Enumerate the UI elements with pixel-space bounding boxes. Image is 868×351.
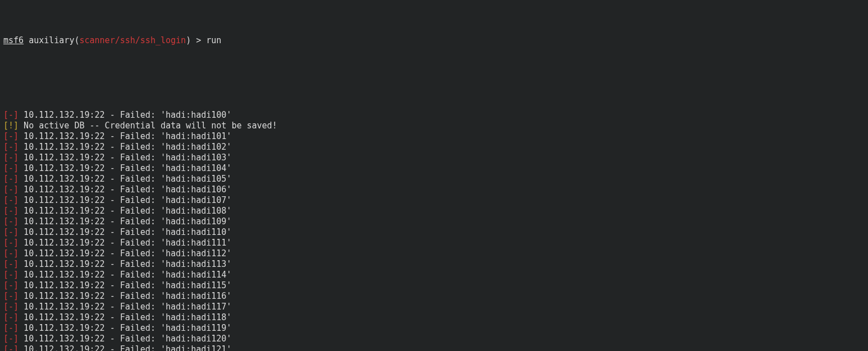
- status-bracket-fail: [-]: [3, 142, 19, 152]
- status-bracket-fail: [-]: [3, 206, 19, 216]
- output-text: 10.112.132.19:22 - Failed: 'hadi:hadi117…: [19, 302, 231, 312]
- status-bracket-fail: [-]: [3, 174, 19, 184]
- output-line: [-] 10.112.132.19:22 - Failed: 'hadi:had…: [3, 142, 865, 153]
- output-line: [-] 10.112.132.19:22 - Failed: 'hadi:had…: [3, 110, 865, 121]
- prompt-module: scanner/ssh/ssh_login: [79, 35, 186, 45]
- output-line: [-] 10.112.132.19:22 - Failed: 'hadi:had…: [3, 227, 865, 238]
- output-text: 10.112.132.19:22 - Failed: 'hadi:hadi118…: [19, 312, 231, 322]
- output-line: [-] 10.112.132.19:22 - Failed: 'hadi:had…: [3, 174, 865, 184]
- output-line: [-] 10.112.132.19:22 - Failed: 'hadi:had…: [3, 248, 865, 259]
- output-line: [-] 10.112.132.19:22 - Failed: 'hadi:had…: [3, 259, 865, 270]
- output-line: [-] 10.112.132.19:22 - Failed: 'hadi:had…: [3, 216, 865, 227]
- status-bracket-fail: [-]: [3, 227, 19, 237]
- output-text: 10.112.132.19:22 - Failed: 'hadi:hadi102…: [19, 142, 231, 152]
- terminal[interactable]: msf6 auxiliary(scanner/ssh/ssh_login) > …: [0, 0, 868, 351]
- output-text: 10.112.132.19:22 - Failed: 'hadi:hadi108…: [19, 206, 231, 216]
- output-text: 10.112.132.19:22 - Failed: 'hadi:hadi103…: [19, 153, 231, 163]
- output-text: 10.112.132.19:22 - Failed: 'hadi:hadi101…: [19, 131, 231, 141]
- output-text: 10.112.132.19:22 - Failed: 'hadi:hadi119…: [19, 323, 231, 333]
- output-text: 10.112.132.19:22 - Failed: 'hadi:hadi109…: [19, 216, 231, 227]
- output-line: [-] 10.112.132.19:22 - Failed: 'hadi:had…: [3, 344, 865, 351]
- status-bracket-fail: [-]: [3, 270, 19, 280]
- output-text: 10.112.132.19:22 - Failed: 'hadi:hadi114…: [19, 270, 231, 280]
- output-line: [-] 10.112.132.19:22 - Failed: 'hadi:had…: [3, 238, 865, 248]
- output-line: [-] 10.112.132.19:22 - Failed: 'hadi:had…: [3, 323, 865, 334]
- output-text: No active DB -- Credential data will not…: [19, 121, 277, 131]
- output-text: 10.112.132.19:22 - Failed: 'hadi:hadi120…: [19, 334, 231, 344]
- status-bracket-fail: [-]: [3, 238, 19, 248]
- output-line: [-] 10.112.132.19:22 - Failed: 'hadi:had…: [3, 280, 865, 291]
- blank-line: [3, 67, 865, 78]
- status-bracket-fail: [-]: [3, 110, 19, 120]
- output-line: [!] No active DB -- Credential data will…: [3, 121, 865, 131]
- status-bracket-fail: [-]: [3, 259, 19, 269]
- status-bracket-fail: [-]: [3, 302, 19, 312]
- status-bracket-fail: [-]: [3, 344, 19, 351]
- prompt-top: msf6 auxiliary(scanner/ssh/ssh_login) > …: [3, 35, 865, 46]
- output-text: 10.112.132.19:22 - Failed: 'hadi:hadi121…: [19, 344, 231, 351]
- output-line: [-] 10.112.132.19:22 - Failed: 'hadi:had…: [3, 184, 865, 195]
- status-bracket-fail: [-]: [3, 312, 19, 322]
- prompt-msf: msf6: [3, 35, 24, 45]
- output-text: 10.112.132.19:22 - Failed: 'hadi:hadi115…: [19, 280, 231, 290]
- output-line: [-] 10.112.132.19:22 - Failed: 'hadi:had…: [3, 291, 865, 302]
- status-bracket-fail: [-]: [3, 334, 19, 344]
- output-line: [-] 10.112.132.19:22 - Failed: 'hadi:had…: [3, 302, 865, 312]
- status-bracket-fail: [-]: [3, 163, 19, 173]
- status-bracket-fail: [-]: [3, 153, 19, 163]
- status-bracket-fail: [-]: [3, 280, 19, 290]
- output-text: 10.112.132.19:22 - Failed: 'hadi:hadi106…: [19, 184, 231, 195]
- status-bracket-fail: [-]: [3, 216, 19, 227]
- output-text: 10.112.132.19:22 - Failed: 'hadi:hadi110…: [19, 227, 231, 237]
- output-text: 10.112.132.19:22 - Failed: 'hadi:hadi105…: [19, 174, 231, 184]
- output-text: 10.112.132.19:22 - Failed: 'hadi:hadi104…: [19, 163, 231, 173]
- status-bracket-fail: [-]: [3, 131, 19, 141]
- output-line: [-] 10.112.132.19:22 - Failed: 'hadi:had…: [3, 270, 865, 280]
- output-line: [-] 10.112.132.19:22 - Failed: 'hadi:had…: [3, 312, 865, 323]
- output-text: 10.112.132.19:22 - Failed: 'hadi:hadi116…: [19, 291, 231, 301]
- output-text: 10.112.132.19:22 - Failed: 'hadi:hadi112…: [19, 248, 231, 258]
- entered-command: run: [206, 35, 221, 45]
- output-line: [-] 10.112.132.19:22 - Failed: 'hadi:had…: [3, 131, 865, 142]
- output-text: 10.112.132.19:22 - Failed: 'hadi:hadi113…: [19, 259, 231, 269]
- status-bracket-fail: [-]: [3, 184, 19, 195]
- output-text: 10.112.132.19:22 - Failed: 'hadi:hadi100…: [19, 110, 231, 120]
- status-bracket-fail: [-]: [3, 248, 19, 258]
- output-line: [-] 10.112.132.19:22 - Failed: 'hadi:had…: [3, 206, 865, 216]
- output-line: [-] 10.112.132.19:22 - Failed: 'hadi:had…: [3, 153, 865, 163]
- output-text: 10.112.132.19:22 - Failed: 'hadi:hadi107…: [19, 195, 231, 205]
- output-text: 10.112.132.19:22 - Failed: 'hadi:hadi111…: [19, 238, 231, 248]
- output-line: [-] 10.112.132.19:22 - Failed: 'hadi:had…: [3, 334, 865, 344]
- output-lines: [-] 10.112.132.19:22 - Failed: 'hadi:had…: [3, 110, 865, 351]
- status-bracket-fail: [-]: [3, 323, 19, 333]
- output-line: [-] 10.112.132.19:22 - Failed: 'hadi:had…: [3, 195, 865, 206]
- output-line: [-] 10.112.132.19:22 - Failed: 'hadi:had…: [3, 163, 865, 174]
- status-bracket-fail: [-]: [3, 195, 19, 205]
- status-bracket-warn: [!]: [3, 121, 19, 131]
- status-bracket-fail: [-]: [3, 291, 19, 301]
